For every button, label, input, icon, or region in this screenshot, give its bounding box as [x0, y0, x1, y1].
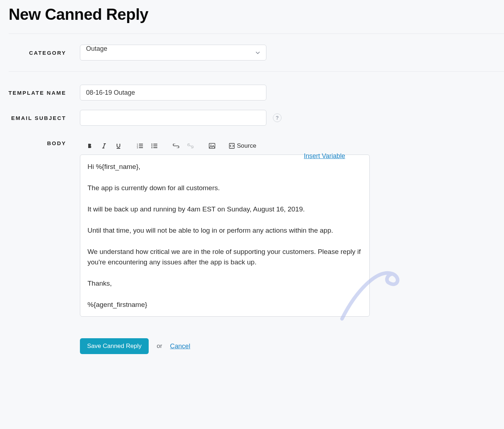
- label-body: BODY: [0, 137, 80, 146]
- label-email-subject: EMAIL SUBJECT: [0, 115, 80, 121]
- svg-point-7: [211, 145, 212, 146]
- row-email-subject: EMAIL SUBJECT ?: [0, 105, 504, 131]
- unlink-icon: [186, 141, 195, 151]
- svg-point-5: [152, 147, 153, 148]
- underline-icon[interactable]: [114, 141, 123, 151]
- image-icon[interactable]: [207, 141, 217, 151]
- save-button[interactable]: Save Canned Reply: [80, 338, 149, 354]
- help-icon[interactable]: ?: [273, 113, 282, 122]
- row-category: CATEGORY Outage: [0, 34, 504, 71]
- source-label: Source: [237, 142, 256, 149]
- body-editor[interactable]: Hi %{first_name}, The app is currently d…: [80, 155, 370, 317]
- link-icon[interactable]: [171, 141, 181, 151]
- bold-icon[interactable]: [85, 141, 94, 151]
- email-subject-input[interactable]: [80, 110, 266, 126]
- actions-row: Save Canned Reply or Cancel: [80, 338, 504, 354]
- label-category: CATEGORY: [0, 50, 80, 56]
- svg-point-3: [152, 144, 153, 145]
- svg-text:3: 3: [137, 147, 138, 149]
- row-body: BODY 123: [0, 131, 504, 317]
- page-title: New Canned Reply: [9, 5, 504, 23]
- template-name-input[interactable]: [80, 85, 266, 100]
- or-text: or: [157, 343, 162, 350]
- row-template-name: TEMPLATE NAME: [0, 72, 504, 105]
- label-template-name: TEMPLATE NAME: [0, 90, 80, 96]
- insert-variable-link[interactable]: Insert Variable: [304, 152, 345, 160]
- cancel-link[interactable]: Cancel: [170, 343, 190, 350]
- source-button[interactable]: Source: [229, 142, 256, 149]
- ordered-list-icon[interactable]: 123: [135, 141, 145, 151]
- italic-icon[interactable]: [99, 141, 109, 151]
- unordered-list-icon[interactable]: [150, 141, 159, 151]
- category-select[interactable]: Outage: [80, 45, 266, 61]
- editor-toolbar: 123 Source: [80, 137, 370, 155]
- svg-point-4: [152, 146, 153, 147]
